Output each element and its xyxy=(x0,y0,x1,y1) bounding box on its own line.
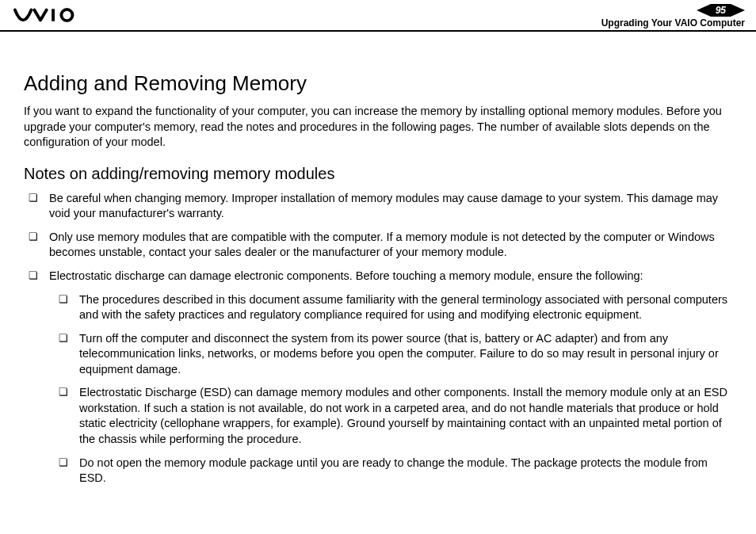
svg-marker-2 xyxy=(697,4,711,17)
intro-paragraph: If you want to expand the functionality … xyxy=(24,104,732,151)
page-header: 95 Upgrading Your VAIO Computer xyxy=(0,0,756,32)
list-item: Turn off the computer and disconnect the… xyxy=(76,331,732,378)
notes-list: Be careful when changing memory. Imprope… xyxy=(24,191,732,486)
prev-page-arrow-icon[interactable] xyxy=(697,4,711,17)
svg-point-1 xyxy=(61,10,72,21)
list-item: Do not open the memory module package un… xyxy=(76,456,732,486)
list-item: Electrostatic discharge can damage elect… xyxy=(46,269,732,486)
header-right: 95 Upgrading Your VAIO Computer xyxy=(601,0,745,30)
list-item: Be careful when changing memory. Imprope… xyxy=(46,191,732,222)
list-item: The procedures described in this documen… xyxy=(76,292,732,323)
list-item: Electrostatic Discharge (ESD) can damage… xyxy=(76,385,732,447)
next-page-arrow-icon[interactable] xyxy=(731,4,745,17)
list-item: Only use memory modules that are compati… xyxy=(46,230,732,261)
svg-marker-3 xyxy=(731,4,745,17)
page-content: Adding and Removing Memory If you want t… xyxy=(0,32,756,510)
svg-rect-0 xyxy=(52,9,55,21)
sub-notes-list: The procedures described in this documen… xyxy=(49,292,732,486)
vaio-logo xyxy=(11,8,98,22)
section-label: Upgrading Your VAIO Computer xyxy=(601,17,745,29)
list-item-text: Electrostatic discharge can damage elect… xyxy=(49,269,643,282)
page-title: Adding and Removing Memory xyxy=(24,71,732,96)
subheading: Notes on adding/removing memory modules xyxy=(24,165,732,183)
page-navigator: 95 xyxy=(697,4,745,17)
page-number: 95 xyxy=(711,4,731,17)
